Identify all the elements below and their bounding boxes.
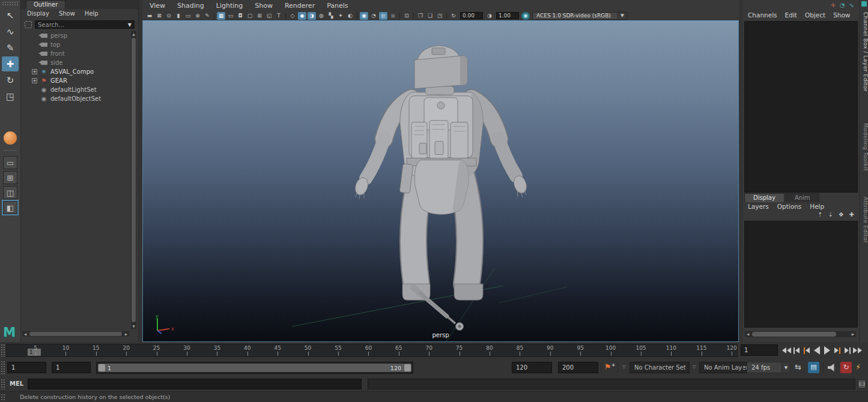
motion-blur-icon[interactable]: ◔ xyxy=(369,12,378,20)
pivot-icon[interactable]: ✛ xyxy=(830,2,835,8)
lighting-icon[interactable]: ✦ xyxy=(336,12,345,20)
viewport-menu-view[interactable]: View xyxy=(150,2,165,10)
anti-aliasing-icon[interactable]: ◎ xyxy=(379,12,387,20)
bookmark-icon[interactable]: ▮ xyxy=(174,12,183,20)
rotate-tool-icon[interactable]: ↻ xyxy=(2,73,19,88)
use-default-material-icon[interactable]: ◍ xyxy=(317,12,326,20)
camera-icon[interactable]: ▬ xyxy=(145,12,154,20)
copy-view-icon[interactable]: ❏ xyxy=(426,12,434,20)
grease-pencil-icon[interactable]: ✎ xyxy=(203,12,211,20)
frame-ruler[interactable]: 1 51015202530354045505560657075808590951… xyxy=(6,344,738,357)
wireframe-icon[interactable]: ◇ xyxy=(288,12,297,20)
viewport-menu-lighting[interactable]: Lighting xyxy=(216,2,243,10)
playback-end-field[interactable]: 120 xyxy=(512,362,552,373)
outliner-item-defaultLightSet[interactable]: ◉defaultLightSet xyxy=(21,85,130,94)
move-layer-up-icon[interactable]: ⇡ xyxy=(818,211,822,218)
range-slider-track[interactable]: 1 120 xyxy=(98,364,411,372)
move-layer-down-icon[interactable]: ⇣ xyxy=(828,211,833,218)
new-layer-from-selected-icon[interactable]: ✚ xyxy=(849,211,854,218)
safe-action-icon[interactable]: ◱ xyxy=(265,12,273,20)
mel-input[interactable] xyxy=(28,379,362,389)
viewport-menu-renderer[interactable]: Renderer xyxy=(285,2,315,10)
scale-tool-icon[interactable]: ◳ xyxy=(2,89,19,104)
character-set-dropdown[interactable]: No Character Set xyxy=(630,362,690,373)
layer-menu-layers[interactable]: Layers xyxy=(748,203,769,210)
expand-icon[interactable]: + xyxy=(32,69,37,74)
scrollbar-thumb[interactable] xyxy=(132,38,136,322)
outliner-tab[interactable]: Outliner xyxy=(26,0,65,9)
range-slider[interactable]: 1 120 xyxy=(96,362,413,374)
mute-audio-icon[interactable] xyxy=(828,364,836,371)
search-input[interactable]: Search... ▼ xyxy=(35,20,135,29)
animation-end-field[interactable]: 200 xyxy=(558,362,598,373)
step-forward-frame-button[interactable] xyxy=(843,344,852,356)
side-tab-attribute-editor[interactable]: Attribute Editor xyxy=(860,194,868,243)
tear-off-copy-icon[interactable]: ❐ xyxy=(416,12,425,20)
single-pane-layout-icon[interactable]: ▭ xyxy=(3,156,17,169)
channel-box-menu-channels[interactable]: Channels xyxy=(748,11,777,19)
grid-icon[interactable]: ▦ xyxy=(217,12,225,20)
go-to-end-button[interactable] xyxy=(853,344,862,356)
select-tool-icon[interactable]: ↖ xyxy=(2,8,19,23)
ssao-icon[interactable]: ◉ xyxy=(360,12,368,20)
outliner-hscrollbar[interactable]: ◀ ▶ xyxy=(22,331,129,337)
speed-gauge-icon[interactable]: ◔ xyxy=(840,2,845,8)
outliner-item-top[interactable]: top xyxy=(21,40,130,49)
play-backwards-button[interactable] xyxy=(812,344,821,356)
move-tool-icon[interactable]: ✚ xyxy=(2,56,19,71)
field-chart-icon[interactable]: ⊞ xyxy=(255,12,264,20)
range-end-handle[interactable] xyxy=(404,364,411,371)
step-back-key-button[interactable] xyxy=(802,344,811,356)
channel-list-area[interactable] xyxy=(744,21,858,193)
outliner-menu-help[interactable]: Help xyxy=(85,10,99,19)
outliner-item-GEAR[interactable]: +⚑GEAR xyxy=(21,76,130,85)
panel-toggle-icon[interactable] xyxy=(861,1,867,7)
channel-box-hscrollbar[interactable]: ◀ ▶ xyxy=(745,331,856,337)
gate-mask-icon[interactable]: ▢ xyxy=(246,12,254,20)
scroll-down-icon[interactable]: ▼ xyxy=(131,323,136,329)
outliner-vscrollbar[interactable]: ▲ ▼ xyxy=(131,31,136,329)
refresh-icon[interactable]: ↻ xyxy=(449,12,458,20)
toolbox-grip[interactable] xyxy=(2,1,19,7)
depth-of-field-icon[interactable]: ▣ xyxy=(389,12,397,20)
playblast-icon[interactable]: ▤ xyxy=(808,362,819,373)
fps-dropdown[interactable]: 24 fps ▼ xyxy=(747,362,791,373)
add-bookmark-icon[interactable]: ⚑+ xyxy=(604,362,615,371)
scroll-up-icon[interactable]: ▲ xyxy=(131,31,136,37)
layer-list-area[interactable] xyxy=(744,221,858,328)
playback-loop-icon[interactable]: ⇆ xyxy=(795,362,801,371)
contrast-icon[interactable]: ◑ xyxy=(485,12,494,20)
film-gate-icon[interactable]: ▭ xyxy=(226,12,235,20)
range-start-handle[interactable] xyxy=(99,364,105,371)
outliner-menu-show[interactable]: Show xyxy=(59,10,75,19)
animation-start-field[interactable]: 1 xyxy=(7,362,46,373)
side-tab-channel-box-layer-editor[interactable]: Channel Box / Layer Editor xyxy=(860,10,868,92)
viewport-menu-panels[interactable]: Panels xyxy=(327,2,348,10)
scroll-left-icon[interactable]: ◀ xyxy=(745,331,751,337)
view-transform-icon[interactable]: ◉ xyxy=(521,12,530,20)
sphere-tool-icon[interactable] xyxy=(4,131,17,145)
soldier-model[interactable] xyxy=(143,22,738,341)
viewport-3d-view[interactable]: y x persp xyxy=(142,20,739,342)
gamma-field[interactable]: 1.00 xyxy=(496,12,519,19)
lasso-select-tool-icon[interactable]: ∿ xyxy=(2,24,19,39)
layer-menu-help[interactable]: Help xyxy=(810,203,824,210)
layer-tab-display[interactable]: Display xyxy=(744,193,785,202)
chevron-down-icon[interactable]: ▽ xyxy=(693,365,696,370)
isolate-select-icon[interactable]: ⊡ xyxy=(402,12,411,20)
chevron-down-icon[interactable]: ▼ xyxy=(128,22,132,28)
scroll-right-icon[interactable]: ▶ xyxy=(123,331,129,337)
chevron-down-icon[interactable]: ▼ xyxy=(782,362,790,373)
current-frame-field[interactable]: 1 xyxy=(741,344,778,356)
side-tab-modeling-toolkit[interactable]: Modeling Toolkit xyxy=(860,121,868,172)
timeline-grip[interactable] xyxy=(1,344,5,357)
layer-menu-options[interactable]: Options xyxy=(777,203,802,210)
channel-box-menu-edit[interactable]: Edit xyxy=(785,11,797,19)
camera-attributes-icon[interactable]: ⊙ xyxy=(165,12,173,20)
go-to-start-button[interactable] xyxy=(782,344,791,356)
two-pane-layout-icon[interactable]: ◫ xyxy=(3,186,17,199)
colorspace-dropdown[interactable]: ACES 1.0 SDR-video (sRGB) ▼ xyxy=(532,12,627,20)
smooth-shade-icon[interactable]: ◆ xyxy=(298,12,306,20)
outliner-item-ASVAL_Compo[interactable]: +✳ASVAL_Compo xyxy=(21,67,130,76)
frame-image-icon[interactable]: ◳ xyxy=(436,12,444,20)
